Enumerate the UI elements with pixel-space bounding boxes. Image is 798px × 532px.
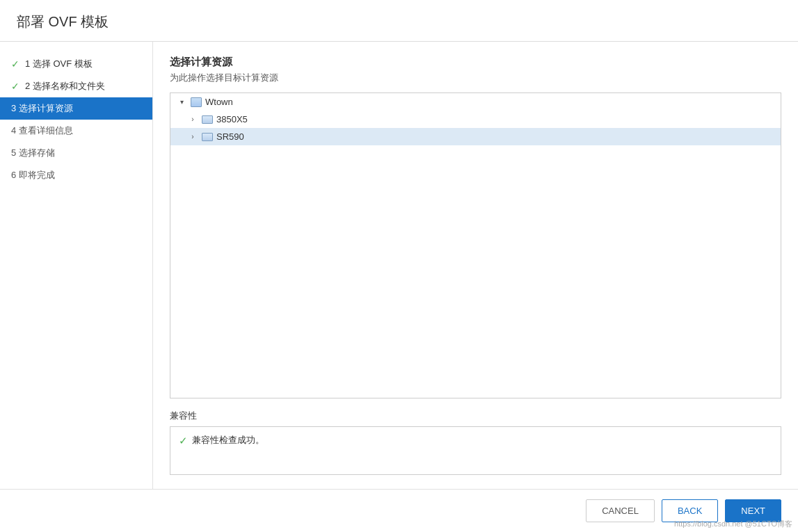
compat-message: 兼容性检查成功。: [192, 434, 264, 446]
sidebar-item-label-step2: 2 选择名称和文件夹: [25, 80, 105, 92]
datacenter-icon: [190, 97, 202, 107]
dialog-title: 部署 OVF 模板: [17, 13, 781, 31]
sidebar: ✓ 1 选择 OVF 模板 ✓ 2 选择名称和文件夹 3 选择计算资源 4 查看…: [0, 42, 153, 489]
tree-node-label-wtown: Wtown: [205, 97, 775, 107]
expand-icon-sr590: ›: [187, 133, 198, 140]
host-icon-3850x5: [201, 115, 214, 124]
back-button[interactable]: BACK: [662, 499, 718, 522]
section-subtitle: 为此操作选择目标计算资源: [170, 72, 781, 84]
tree-node-label-sr590: SR590: [216, 131, 775, 142]
sidebar-item-step1[interactable]: ✓ 1 选择 OVF 模板: [0, 53, 152, 75]
sidebar-item-label-step1: 1 选择 OVF 模板: [25, 58, 93, 70]
section-title: 选择计算资源: [170, 56, 781, 69]
dialog-body: ✓ 1 选择 OVF 模板 ✓ 2 选择名称和文件夹 3 选择计算资源 4 查看…: [0, 42, 798, 489]
compat-panel: ✓ 兼容性检查成功。: [170, 426, 781, 475]
dialog-header: 部署 OVF 模板: [0, 0, 798, 42]
cancel-button[interactable]: CANCEL: [586, 499, 655, 522]
sidebar-item-label-step3: 3 选择计算资源: [11, 102, 73, 115]
sidebar-item-step2[interactable]: ✓ 2 选择名称和文件夹: [0, 75, 152, 97]
host-icon-sr590: [201, 132, 214, 142]
next-button[interactable]: NEXT: [725, 499, 781, 522]
compat-check-icon: ✓: [179, 435, 188, 447]
expand-icon-3850x5: ›: [187, 115, 198, 123]
sidebar-item-step3[interactable]: 3 选择计算资源: [0, 97, 152, 120]
main-content: 选择计算资源 为此操作选择目标计算资源 ▾ Wtown ›: [153, 42, 798, 489]
compat-label: 兼容性: [170, 410, 781, 422]
check-icon-step1: ✓: [11, 58, 19, 70]
tree-node-label-3850x5: 3850X5: [216, 114, 775, 124]
tree-node-sr590[interactable]: › SR590: [170, 128, 781, 145]
tree-node-wtown[interactable]: ▾ Wtown: [170, 93, 781, 111]
sidebar-item-label-step6: 6 即将完成: [11, 169, 55, 182]
expand-icon-wtown: ▾: [176, 98, 187, 106]
sidebar-item-step5[interactable]: 5 选择存储: [0, 142, 152, 164]
deploy-ovf-dialog: 部署 OVF 模板 ✓ 1 选择 OVF 模板 ✓ 2 选择名称和文件夹 3 选…: [0, 0, 798, 532]
sidebar-item-step6[interactable]: 6 即将完成: [0, 164, 152, 186]
tree-node-3850x5[interactable]: › 3850X5: [170, 111, 781, 128]
sidebar-item-label-step4: 4 查看详细信息: [11, 124, 73, 137]
check-icon-step2: ✓: [11, 81, 19, 92]
sidebar-item-label-step5: 5 选择存储: [11, 147, 55, 159]
dialog-footer: CANCEL BACK NEXT: [0, 489, 798, 532]
sidebar-item-step4[interactable]: 4 查看详细信息: [0, 120, 152, 142]
resource-tree-panel[interactable]: ▾ Wtown › 3850X5 ›: [170, 92, 781, 398]
